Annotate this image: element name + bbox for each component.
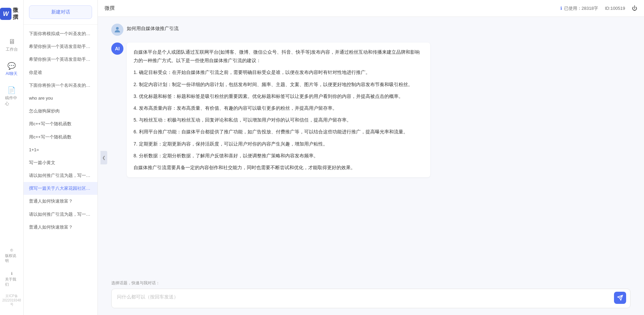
ai-chat-label: AI聊天 <box>6 71 18 77</box>
nav-bottom: © 版权说明 ℹ 关于我们 京ICP备2022019348号 <box>0 245 23 308</box>
ai-message-bubble: 自媒体平台是个人或团队通过互联网平台(如博客、微博、微信公众号、抖音、快手等)发… <box>127 43 430 177</box>
input-box <box>111 289 631 308</box>
workbench-label: 工作台 <box>6 47 18 52</box>
ai-avatar: AI <box>111 43 123 55</box>
sidebar: 新建对话 下面你将模拟成一个叫圣友的程序员，我说...希望你扮演一个英语发音助手… <box>24 0 98 315</box>
workbench-icon: 🖥 <box>8 38 15 46</box>
ai-response-paragraph-5: 5. 与粉丝互动：积极与粉丝互动，回复评论和私信，可以增加用户对你的认可和信任，… <box>134 116 423 124</box>
logo-area: W 微撰 <box>0 7 23 21</box>
sidebar-item-ai-chat[interactable]: 💬 AI聊天 <box>2 58 21 80</box>
sidebar-item-about[interactable]: ℹ 关于我们 <box>2 269 21 290</box>
nav-items: 🖥 工作台 💬 AI聊天 📄 稿件中心 <box>0 34 23 245</box>
chat-area: 如何用自媒体做推广引流 AI 自媒体平台是个人或团队通过互联网平台(如博客、微博… <box>98 17 644 276</box>
logout-icon[interactable]: ⏻ <box>632 5 637 11</box>
sidebar-list-item-9[interactable]: 用c++写一个随机函数 <box>24 131 97 143</box>
ai-response-paragraph-0: 自媒体平台是个人或团队通过互联网平台(如博客、微博、微信公众号、抖音、快手等)发… <box>134 48 423 65</box>
ai-response-paragraph-8: 8. 分析数据：定期分析数据，了解用户反馈和喜好，以便调整推广策略和内容发布频率… <box>134 152 423 160</box>
message-input[interactable] <box>117 293 613 304</box>
sidebar-list: 下面你将模拟成一个叫圣友的程序员，我说...希望你扮演一个英语发音助手，我提供给… <box>24 25 97 315</box>
ai-response-paragraph-6: 6. 利用平台推广功能：自媒体平台都提供了推广功能，如广告投放、付费推广等，可以… <box>134 128 423 136</box>
user-id-text: ID:100519 <box>605 6 625 11</box>
sidebar-list-item-3[interactable]: 希望你扮演一个英语发音助手，我提供给你... <box>24 53 97 66</box>
main-wrapper: 新建对话 下面你将模拟成一个叫圣友的程序员，我说...希望你扮演一个英语发音助手… <box>24 0 644 315</box>
ai-response-paragraph-9: 自媒体推广引流需要具备一定的内容创作和社交能力，同时也需要不断尝试和优化，才能取… <box>134 163 423 172</box>
sidebar-list-item-1[interactable]: 下面你将模拟成一个叫圣友的程序员，我说... <box>24 27 97 40</box>
logo-text: 微撰 <box>13 7 23 21</box>
sidebar-list-item-7[interactable]: 怎么做狗屎炒肉 <box>24 105 97 117</box>
new-chat-button[interactable]: 新建对话 <box>29 5 92 19</box>
ai-message: AI 自媒体平台是个人或团队通过互联网平台(如博客、微博、微信公众号、抖音、快手… <box>111 43 631 177</box>
about-icon: ℹ <box>11 271 12 276</box>
about-label: 关于我们 <box>5 277 19 287</box>
logo-icon: W <box>0 8 11 20</box>
input-area: 选择话题，快速与我对话： <box>98 276 644 315</box>
top-bar: 微撰 ℹ 已使用：28318字 ID:100519 ⏻ <box>98 0 644 17</box>
sidebar-list-item-8[interactable]: 用c++写一个随机函数 <box>24 117 97 130</box>
send-icon <box>617 295 623 301</box>
ai-avatar-text: AI <box>115 46 120 51</box>
main-content: 微撰 ℹ 已使用：28318字 ID:100519 ⏻ 如何用自媒体做推广引流 <box>98 0 644 315</box>
quick-select-label: 选择话题，快速与我对话： <box>111 280 631 286</box>
usage-text: 已使用：28318字 <box>564 5 598 11</box>
user-message: 如何用自媒体做推广引流 <box>111 24 631 36</box>
sidebar-list-item-6[interactable]: who are you <box>24 92 97 105</box>
ai-response-paragraph-1: 1. 确定目标受众：在开始自媒体推广引流之前，需要明确目标受众是谁，以便在发布内… <box>134 68 423 77</box>
left-nav: W 微撰 🖥 工作台 💬 AI聊天 📄 稿件中心 © 版权说明 ℹ 关于我们 京… <box>0 0 24 315</box>
usage-info-icon: ℹ <box>560 6 562 11</box>
draft-label: 稿件中心 <box>5 95 19 107</box>
sidebar-list-item-13[interactable]: 撰写一篇关于八大家花园社区一刻钟便民生... <box>24 182 97 195</box>
ai-chat-icon: 💬 <box>7 62 16 70</box>
sidebar-item-draft[interactable]: 📄 稿件中心 <box>2 83 21 110</box>
sidebar-list-item-2[interactable]: 希望你扮演一个英语发音助手，我提供给你... <box>24 40 97 53</box>
copyright-icon: © <box>10 248 13 252</box>
top-bar-right: ℹ 已使用：28318字 ID:100519 ⏻ <box>560 5 637 11</box>
sidebar-list-item-12[interactable]: 请以如何推广引流为题，写一篇大纲 <box>24 169 97 182</box>
ai-response-paragraph-7: 7. 定期更新：定期更新内容，保持活跃度，可以让用户对你的内容产生兴趣，增加用户… <box>134 140 423 148</box>
icp-text: 京ICP备2022019348号 <box>0 292 23 308</box>
sidebar-list-item-10[interactable]: 1+1= <box>24 143 97 156</box>
ai-response-paragraph-4: 4. 发布高质量内容：发布高质量、有价值、有趣的内容可以吸引更多的粉丝，并提高用… <box>134 104 423 112</box>
svg-point-0 <box>116 27 119 30</box>
page-title: 微撰 <box>105 5 115 11</box>
draft-icon: 📄 <box>7 86 16 94</box>
ai-response-paragraph-2: 2. 制定内容计划：制定一份详细的内容计划，包括发布时间、频率、主题、文案、图片… <box>134 80 423 89</box>
sidebar-collapse-button[interactable]: ❮ <box>100 151 107 164</box>
copyright-label: 版权说明 <box>5 253 19 263</box>
sidebar-list-item-14[interactable]: 普通人如何快速致富？ <box>24 195 97 208</box>
sidebar-item-workbench[interactable]: 🖥 工作台 <box>2 34 21 56</box>
sidebar-list-item-16[interactable]: 普通人如何快速致富？ <box>24 221 97 234</box>
ai-response-paragraph-3: 3. 优化标题和标签：标题和标签是吸引粉丝的重要因素。优化标题和标签可以让更多的… <box>134 92 423 101</box>
sidebar-list-item-15[interactable]: 请以如何推广引流为题，写一篇大纲 <box>24 208 97 221</box>
sidebar-header: 新建对话 <box>24 0 97 25</box>
usage-info: ℹ 已使用：28318字 <box>560 5 598 11</box>
send-button[interactable] <box>614 292 626 304</box>
user-avatar <box>111 24 123 36</box>
user-message-text: 如何用自媒体做推广引流 <box>127 24 179 32</box>
sidebar-list-item-4[interactable]: 你是谁 <box>24 66 97 79</box>
sidebar-item-copyright[interactable]: © 版权说明 <box>2 245 21 266</box>
sidebar-list-item-5[interactable]: 下面你将扮演一个名叫圣友的医生 <box>24 79 97 92</box>
sidebar-list-item-11[interactable]: 写一篇小黄文 <box>24 156 97 169</box>
